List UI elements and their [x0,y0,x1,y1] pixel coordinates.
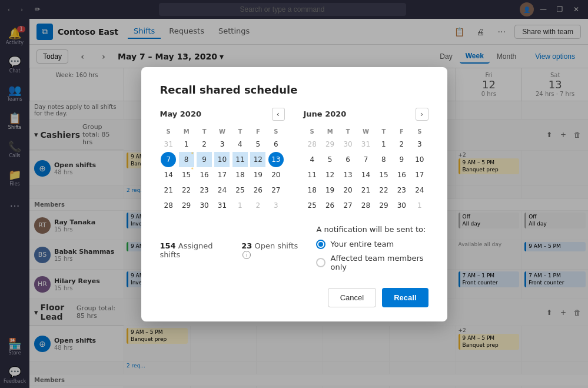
radio-affected-members[interactable]: Affected team members only [316,254,428,271]
may-d-8[interactable]: 8 [179,152,194,167]
june-d-14[interactable]: 14 [358,167,373,183]
june-next-btn[interactable]: › [416,108,428,121]
may-d-16[interactable]: 16 [197,167,212,183]
may-d-10[interactable]: 10 [214,152,230,167]
may-d-7[interactable]: 7 [161,152,176,167]
june-d-8[interactable]: 8 [376,152,391,167]
june-d-16[interactable]: 16 [394,167,409,183]
may-d-23[interactable]: 23 [197,183,212,198]
may-d-26[interactable]: 26 [250,183,265,198]
may-h-m: M [178,127,195,137]
may-d-2[interactable]: 2 [197,137,212,152]
radio-entire-team[interactable]: Your entire team [316,240,428,249]
june-week5: 25 26 27 28 29 30 1 [304,198,428,213]
may-d-14[interactable]: 14 [161,167,176,183]
june-d-20[interactable]: 20 [340,183,356,198]
may-d-28[interactable]: 28 [161,198,176,213]
may-d-15[interactable]: 15 [179,167,194,183]
june-day-headers: S M T W T F S [304,127,428,137]
june-d-17[interactable]: 17 [412,167,427,183]
june-d-4[interactable]: 4 [304,152,320,167]
may-d-11[interactable]: 11 [232,152,248,167]
may-d-31[interactable]: 31 [161,137,176,152]
june-h-t2: T [375,127,392,137]
june-d-31[interactable]: 31 [358,137,373,152]
may-h-w: W [214,127,231,137]
may-d-4[interactable]: 4 [232,137,248,152]
may-h-s1: S [160,127,177,137]
may-d-3[interactable]: 3 [214,137,230,152]
may-d-19[interactable]: 19 [250,167,265,183]
june-d-j1[interactable]: 1 [412,198,427,213]
may-d-22[interactable]: 22 [179,183,194,198]
may-d-12[interactable]: 12 [250,152,265,167]
may-d-25[interactable]: 25 [232,183,248,198]
may-d-9[interactable]: 9 [197,152,212,167]
june-d-24[interactable]: 24 [412,183,427,198]
june-d-15[interactable]: 15 [376,167,391,183]
june-d-29b[interactable]: 29 [376,198,391,213]
may-d-29[interactable]: 29 [179,198,194,213]
june-d-18[interactable]: 18 [304,183,320,198]
cancel-button[interactable]: Cancel [328,288,376,307]
june-d-1[interactable]: 1 [376,137,391,152]
may-h-t2: T [231,127,248,137]
may-d-30[interactable]: 30 [197,198,212,213]
june-d-9[interactable]: 9 [394,152,409,167]
june-d-22[interactable]: 22 [376,183,391,198]
may-cal-nav: ‹ [272,108,285,121]
june-d-6[interactable]: 6 [340,152,356,167]
june-d-23[interactable]: 23 [394,183,409,198]
june-h-s1: S [304,127,321,137]
notification-title: A notification will be sent to: [316,225,428,234]
may-d-17[interactable]: 17 [214,167,230,183]
june-d-19[interactable]: 19 [323,183,338,198]
may-d-5[interactable]: 5 [250,137,265,152]
may-calendar: May 2020 ‹ S M T W T F S [160,108,285,213]
may-d-27[interactable]: 27 [268,183,284,198]
june-d-11[interactable]: 11 [304,167,320,183]
may-d-j3[interactable]: 3 [268,198,284,213]
may-week4: 21 22 23 24 25 26 27 [160,183,285,198]
june-d-25[interactable]: 25 [304,198,320,213]
may-d-j2[interactable]: 2 [250,198,265,213]
recall-button[interactable]: Recall [382,288,428,307]
may-d-1[interactable]: 1 [179,137,194,152]
calendars-container: May 2020 ‹ S M T W T F S [160,108,428,213]
june-d-5[interactable]: 5 [323,152,338,167]
june-d-30[interactable]: 30 [340,137,356,152]
may-d-18[interactable]: 18 [232,167,248,183]
june-d-26[interactable]: 26 [323,198,338,213]
may-d-20[interactable]: 20 [268,167,284,183]
june-d-29[interactable]: 29 [323,137,338,152]
june-week4: 18 19 20 21 22 23 24 [304,183,428,198]
may-d-j1[interactable]: 1 [232,198,248,213]
open-shifts-info-icon[interactable]: i [242,251,251,259]
may-d-21[interactable]: 21 [161,183,176,198]
june-d-7[interactable]: 7 [358,152,373,167]
may-d-6[interactable]: 6 [268,137,284,152]
radio-entire-team-circle [316,240,325,249]
may-d-31b[interactable]: 31 [214,198,230,213]
may-d-13[interactable]: 13 [268,152,284,167]
assigned-shifts-stat: 154 Assigned shifts [160,241,228,259]
june-h-w: W [357,127,374,137]
may-prev-btn[interactable]: ‹ [272,108,285,121]
june-d-12[interactable]: 12 [323,167,338,183]
may-d-24[interactable]: 24 [214,183,230,198]
radio-affected-label: Affected team members only [330,254,428,271]
modal-title: Recall shared schedule [160,84,428,96]
open-shifts-count: 23 [241,241,252,250]
june-d-21[interactable]: 21 [358,183,373,198]
june-h-m: M [321,127,338,137]
june-d-13[interactable]: 13 [340,167,356,183]
june-d-2[interactable]: 2 [394,137,409,152]
june-d-3[interactable]: 3 [412,137,427,152]
june-d-27[interactable]: 27 [340,198,356,213]
notification-section: A notification will be sent to: Your ent… [316,225,428,276]
june-cal-nav: › [416,108,428,121]
june-d-30b[interactable]: 30 [394,198,409,213]
june-d-10[interactable]: 10 [412,152,427,167]
june-d-28b[interactable]: 28 [358,198,373,213]
june-d-28[interactable]: 28 [304,137,320,152]
